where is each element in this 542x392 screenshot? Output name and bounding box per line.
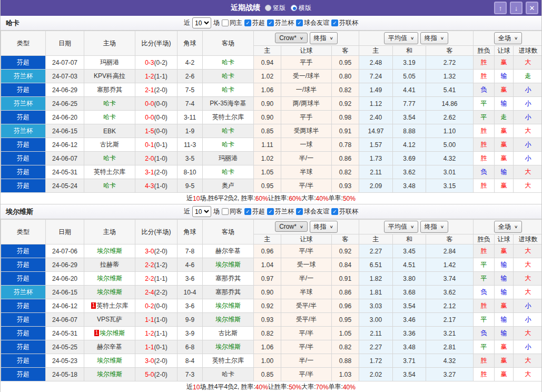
halftime-score: (0-0) bbox=[154, 114, 167, 121]
odds-home-cell: 0.90 bbox=[254, 97, 281, 111]
match-row: 芬超24-06-12古比斯0-1(0-1)11-3哈卡1.11一球0.781.5… bbox=[1, 138, 542, 152]
col-corner: 角球 bbox=[178, 220, 203, 244]
date-cell: 24-06-29 bbox=[46, 83, 84, 97]
league-cell: 芬超 bbox=[1, 83, 46, 97]
fulltime-select[interactable]: 全场∨ bbox=[494, 32, 522, 44]
avg-draw-cell: 3.54 bbox=[393, 111, 426, 124]
home-team-cell: 埃尔维斯 bbox=[84, 368, 135, 381]
average-stage-select[interactable]: 终指∨ bbox=[420, 221, 448, 233]
league-cell: 芬超 bbox=[1, 138, 46, 152]
summary-value: 70% bbox=[316, 384, 329, 391]
home-team-name: VPS瓦萨 bbox=[97, 316, 122, 323]
league-checkbox[interactable]: ✓ bbox=[267, 19, 274, 26]
same-venue-checkbox[interactable] bbox=[222, 208, 229, 215]
home-team-cell: 埃尔维斯 bbox=[84, 272, 135, 286]
odds-stage-select[interactable]: 终指∨ bbox=[310, 32, 338, 44]
close-button[interactable]: ✕ bbox=[526, 2, 538, 14]
col-result: 胜负 bbox=[474, 46, 495, 56]
avg-home-cell: 2.11 bbox=[359, 327, 393, 340]
fulltime-score: 2-2 bbox=[145, 275, 154, 282]
fulltime-score: 3-1 bbox=[145, 169, 154, 176]
away-team-name: 古比斯 bbox=[219, 329, 238, 337]
date-cell: 24-05-18 bbox=[46, 368, 84, 381]
chevron-down-icon: ∨ bbox=[440, 36, 444, 41]
radio-label: 横版 bbox=[299, 4, 311, 13]
corner-cell: 3-6 bbox=[178, 299, 203, 313]
average-select[interactable]: 平均值∨ bbox=[384, 221, 418, 233]
odds-home-cell: 0.90 bbox=[254, 286, 281, 299]
away-team-name: 哈卡 bbox=[222, 72, 234, 80]
score-cell: 2-2(1-2) bbox=[135, 258, 178, 272]
match-count-select[interactable]: 10 bbox=[192, 206, 211, 217]
avg-draw-cell: 7.77 bbox=[393, 97, 426, 111]
odds-home-cell: 1.02 bbox=[254, 152, 281, 165]
home-team-cell: EBK bbox=[84, 124, 135, 138]
avg-away-cell: 5.41 bbox=[426, 83, 474, 97]
home-team-name: 哈卡 bbox=[103, 182, 116, 189]
league-checkbox[interactable]: ✓ bbox=[296, 19, 303, 26]
result-handicap-cell: 输 bbox=[495, 313, 514, 327]
move-down-button[interactable]: ↓ bbox=[510, 2, 523, 14]
league-cell: 芬超 bbox=[1, 299, 46, 313]
avg-away-cell: 5.00 bbox=[426, 138, 474, 152]
away-team-name: PK-35海辛基 bbox=[210, 100, 246, 107]
league-cell: 芬超 bbox=[1, 244, 46, 258]
result-outcome-cell: 负 bbox=[474, 165, 495, 179]
avg-draw-cell: 3.80 bbox=[393, 272, 426, 286]
layout-radio-vertical[interactable]: 竖版 bbox=[265, 4, 285, 13]
same-venue-checkbox[interactable] bbox=[222, 19, 229, 26]
halftime-score: (1-0) bbox=[154, 316, 167, 324]
odds-handicap-cell: 平/半 bbox=[281, 327, 332, 340]
average-stage-select[interactable]: 终指∨ bbox=[420, 32, 448, 44]
odds-handicap-cell: 受一/球半 bbox=[281, 70, 332, 83]
odds-stage-select[interactable]: 终指∨ bbox=[310, 221, 338, 233]
move-up-button[interactable]: ↑ bbox=[494, 2, 507, 14]
result-outcome-cell: 平 bbox=[474, 340, 495, 354]
home-team-cell: 哈卡 bbox=[84, 152, 135, 165]
match-count-select[interactable]: 10 bbox=[192, 17, 211, 28]
league-checkbox[interactable]: ✓ bbox=[244, 19, 251, 26]
score-cell: 1-1(1-0) bbox=[135, 313, 178, 327]
avg-away-cell: 14.86 bbox=[426, 97, 474, 111]
away-team-cell: 赫尔辛基 bbox=[203, 244, 254, 258]
odds-away-cell: 0.91 bbox=[332, 124, 359, 138]
result-outcome-cell: 胜 bbox=[474, 70, 495, 83]
layout-radio-horizontal[interactable]: 横版 bbox=[291, 4, 311, 13]
league-checkbox[interactable]: ✓ bbox=[296, 208, 303, 215]
odds-handicap-cell: 受一球 bbox=[281, 258, 332, 272]
bookmaker-select[interactable]: Crow*∨ bbox=[275, 33, 308, 43]
col-odds-away: 客 bbox=[332, 234, 359, 244]
date-cell: 24-05-24 bbox=[46, 179, 84, 193]
league-cell: 芬超 bbox=[1, 152, 46, 165]
date-cell: 24-06-29 bbox=[46, 258, 84, 272]
bookmaker-select[interactable]: Crow*∨ bbox=[275, 221, 308, 232]
league-checkbox[interactable]: ✓ bbox=[331, 19, 338, 26]
league-checkbox[interactable]: ✓ bbox=[331, 208, 338, 215]
result-outcome-cell: 胜 bbox=[474, 354, 495, 368]
league-checkbox[interactable]: ✓ bbox=[267, 208, 274, 215]
home-team-cell: 拉赫蒂 bbox=[84, 258, 135, 272]
avg-home-cell: 1.49 bbox=[359, 83, 393, 97]
fulltime-score: 1-2 bbox=[145, 73, 154, 80]
match-row: 芬超24-07-07玛丽港0-3(0-2)4-2哈卡0.94平手0.952.48… bbox=[1, 56, 542, 70]
corner-cell: 9-5 bbox=[178, 179, 203, 193]
home-team-name: EBK bbox=[103, 128, 116, 135]
odds-home-cell: 1.05 bbox=[254, 165, 281, 179]
summary-value: 40% bbox=[316, 195, 329, 202]
league-checkbox[interactable]: ✓ bbox=[244, 208, 251, 215]
average-select[interactable]: 平均值∨ bbox=[384, 32, 418, 44]
halftime-score: (2-0) bbox=[154, 357, 167, 365]
odds-away-cell: 0.82 bbox=[332, 83, 359, 97]
home-team-name: 哈卡 bbox=[103, 113, 116, 121]
score-cell: 5-0(2-0) bbox=[135, 368, 178, 381]
col-score: 比分(半场) bbox=[135, 220, 178, 244]
halftime-score: (0-1) bbox=[154, 344, 167, 351]
halftime-score: (2-0) bbox=[154, 371, 167, 378]
date-cell: 24-07-03 bbox=[46, 70, 84, 83]
odds-handicap-cell: 平手 bbox=[281, 111, 332, 124]
corner-cell: 6-8 bbox=[178, 340, 203, 354]
fulltime-select[interactable]: 全场∨ bbox=[494, 221, 522, 233]
match-row: 芬超24-07-06埃尔维斯3-0(2-0)7-8赫尔辛基0.96平/半0.92… bbox=[1, 244, 542, 258]
odds-handicap-cell: 受两球半 bbox=[281, 124, 332, 138]
corner-cell: 3-9 bbox=[178, 327, 203, 340]
